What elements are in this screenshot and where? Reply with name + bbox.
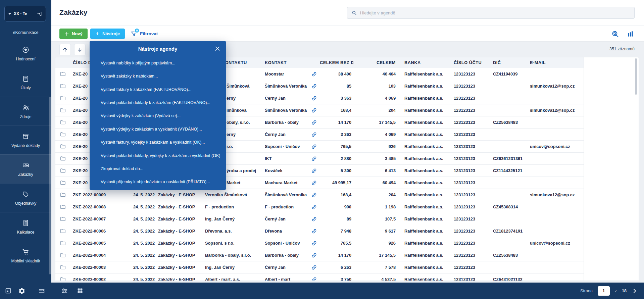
- cell-contact: Černý Jan: [262, 132, 308, 137]
- tools-menu-item-9[interactable]: Zkopírovat doklad do...: [90, 162, 226, 175]
- link-icon[interactable]: [311, 240, 317, 246]
- sort-ascending-button[interactable]: [59, 44, 71, 55]
- menu-icon[interactable]: [38, 287, 45, 294]
- link-icon[interactable]: [311, 168, 317, 174]
- folder-icon[interactable]: [60, 276, 66, 281]
- folder-icon[interactable]: [60, 83, 66, 89]
- tools-menu-item-7[interactable]: Vystavit faktury, výdejky k zakázkám a v…: [90, 136, 226, 149]
- folder-icon[interactable]: [60, 240, 66, 246]
- col-bank[interactable]: BANKA: [398, 60, 448, 65]
- link-icon[interactable]: [311, 156, 317, 162]
- link-icon[interactable]: [311, 228, 317, 234]
- folder-icon[interactable]: [60, 204, 66, 210]
- sidebar-item-zakazky[interactable]: Zakázky: [0, 154, 51, 183]
- cell-total: 107,5: [353, 216, 398, 221]
- link-icon[interactable]: [311, 144, 317, 150]
- filter-button[interactable]: 0 Filtrovat: [131, 29, 158, 39]
- chevron-right-icon[interactable]: [632, 288, 638, 294]
- table-row[interactable]: ZKE-2022-00008 24. 5. 2022 Zakázky - E-S…: [55, 201, 584, 213]
- total-pages: 18: [622, 289, 627, 293]
- col-vat-id[interactable]: DIČ: [487, 60, 528, 65]
- link-icon[interactable]: [311, 119, 317, 126]
- cell-contact: Barborka - obaly: [262, 120, 308, 125]
- link-icon[interactable]: [311, 83, 317, 89]
- sidebar-item-mobilni-skladnik[interactable]: Mobilní skladník: [0, 241, 51, 270]
- columns-settings-icon[interactable]: [627, 30, 635, 38]
- table-row[interactable]: ZKE-2022-00003 24. 5. 2022 Zakázky - E-S…: [55, 261, 584, 273]
- table-row[interactable]: ZKE-2022-00009 24. 5. 2022 Zakázky - E-S…: [55, 189, 584, 201]
- dashboard-icon[interactable]: [5, 287, 12, 294]
- grid-view-icon[interactable]: [77, 287, 84, 294]
- col-total-net[interactable]: CELKEM BEZ DPH: [320, 60, 353, 65]
- sidebar-scrollbar[interactable]: [49, 97, 51, 275]
- link-icon[interactable]: [311, 107, 317, 113]
- refresh-search-icon[interactable]: [611, 30, 620, 38]
- col-total[interactable]: CELKEM: [353, 60, 398, 65]
- tools-menu-item-5[interactable]: Vystavit výdejky k zakázkám (Vydává se).…: [90, 109, 226, 122]
- tools-menu-item-6[interactable]: Vystavit výdejky k zakázkám a vyskladnit…: [90, 122, 226, 136]
- tools-button[interactable]: Nástroje: [90, 29, 125, 39]
- tools-menu-item-2[interactable]: Vystavit zakázky k nabídkám...: [90, 69, 226, 83]
- sidebar-item-kalkulace[interactable]: Kalkulace: [0, 212, 51, 241]
- tools-menu-item-3[interactable]: Vystavit faktury k zakázkám (FAKTUROVÁNO…: [90, 83, 226, 96]
- sidebar-item-vydane-doklady[interactable]: Vydané doklady: [0, 126, 51, 154]
- link-icon[interactable]: [311, 216, 317, 222]
- table-scrollbar[interactable]: [635, 58, 637, 95]
- arrow-down-icon: [77, 47, 83, 53]
- cell-contact-name: Sopsoni, s r.o.: [202, 241, 262, 246]
- folder-icon[interactable]: [60, 155, 66, 162]
- cart-icon: [22, 248, 30, 256]
- link-icon[interactable]: [311, 180, 317, 186]
- sidebar-item-objednavky[interactable]: Objednávky: [0, 183, 51, 212]
- sliders-icon[interactable]: [61, 287, 68, 294]
- cell-contact-name: Veronika Šimůnková: [202, 192, 262, 197]
- sort-descending-button[interactable]: [74, 44, 86, 55]
- col-account[interactable]: ČÍSLO ÚČTU: [448, 60, 487, 65]
- sidebar-item-hodnoceni[interactable]: Hodnocení: [0, 39, 51, 68]
- folder-icon[interactable]: [60, 143, 66, 150]
- col-contact[interactable]: KONTAKT: [262, 60, 308, 65]
- table-row[interactable]: ZKE-2022-00002 24. 5. 2022 Zakázky - E-S…: [55, 273, 584, 281]
- cell-number: ZKE-2022-00007: [70, 216, 130, 221]
- folder-icon[interactable]: [60, 228, 66, 234]
- folder-icon[interactable]: [60, 252, 66, 258]
- tools-menu-item-4[interactable]: Vystavit pokladní doklady k zakázkám (FA…: [90, 96, 226, 109]
- link-icon[interactable]: [311, 95, 317, 101]
- table-row[interactable]: ZKE-2022-00006 24. 5. 2022 Zakázky - E-S…: [55, 225, 584, 237]
- sidebar-item-ekomunikace[interactable]: eKomunikace: [0, 30, 51, 35]
- folder-icon[interactable]: [60, 264, 66, 270]
- folder-icon[interactable]: [60, 180, 66, 186]
- link-icon[interactable]: [311, 192, 317, 198]
- tools-menu-item-10[interactable]: Vystavit příjemky k objednávkám a naskla…: [90, 176, 226, 189]
- link-icon[interactable]: [311, 204, 317, 210]
- folder-icon[interactable]: [60, 119, 66, 126]
- search-input[interactable]: [360, 10, 630, 15]
- tools-menu-item-1[interactable]: Vystavit nabídky k přijatým poptávkám...: [90, 56, 226, 69]
- table-row[interactable]: ZKE-2022-00005 24. 5. 2022 Zakázky - E-S…: [55, 237, 584, 249]
- logout-icon[interactable]: [37, 11, 42, 16]
- link-icon[interactable]: [311, 71, 317, 77]
- settings-gear-icon[interactable]: [18, 287, 25, 294]
- folder-icon[interactable]: [60, 71, 66, 77]
- close-icon[interactable]: [214, 46, 220, 52]
- folder-icon[interactable]: [60, 216, 66, 222]
- col-email[interactable]: E-MAIL: [528, 60, 584, 65]
- folder-icon[interactable]: [60, 131, 66, 138]
- cell-account: 123123123: [448, 277, 487, 281]
- link-icon[interactable]: [311, 264, 317, 270]
- link-icon[interactable]: [311, 252, 317, 258]
- new-button[interactable]: Nový: [59, 29, 88, 39]
- folder-icon[interactable]: [60, 95, 66, 101]
- link-icon[interactable]: [311, 132, 317, 138]
- table-row[interactable]: ZKE-2022-00004 24. 5. 2022 Zakázky - E-S…: [55, 249, 584, 261]
- company-selector[interactable]: XX - Te: [4, 6, 46, 21]
- folder-icon[interactable]: [60, 107, 66, 113]
- sidebar-item-ukoly[interactable]: Úkoly: [0, 68, 51, 97]
- folder-icon[interactable]: [60, 167, 66, 174]
- link-icon[interactable]: [311, 277, 317, 281]
- tools-menu-item-8[interactable]: Vystavit pokladní doklady, výdejky k zak…: [90, 149, 226, 162]
- page-number-input[interactable]: [598, 286, 610, 296]
- folder-icon[interactable]: [60, 192, 66, 198]
- table-row[interactable]: ZKE-2022-00007 24. 5. 2022 Zakázky - E-S…: [55, 213, 584, 225]
- sidebar-item-zdroje[interactable]: Zdroje: [0, 97, 51, 126]
